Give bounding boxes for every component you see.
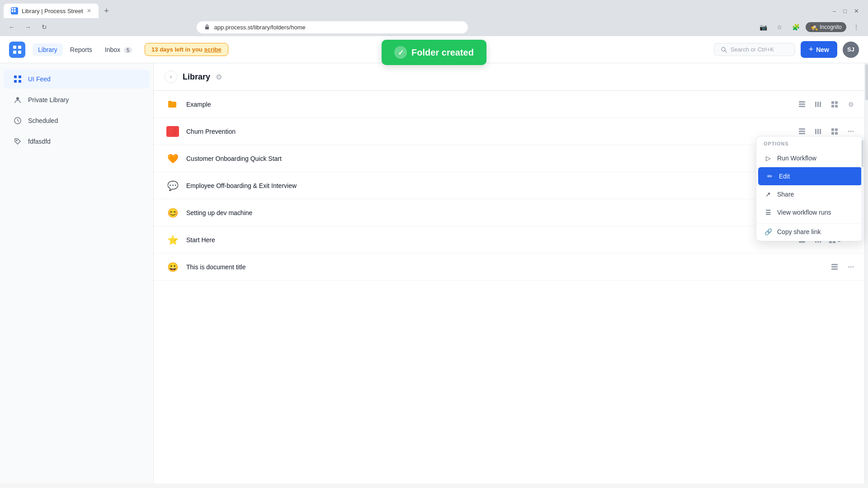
sidebar-item-private-library[interactable]: Private Library [4,90,150,109]
churn-icon: 🚫 [165,123,181,140]
collapse-sidebar-button[interactable]: ‹ [165,70,177,83]
library-table: Example ⚙ [154,91,868,483]
table-row[interactable]: Example ⚙ [154,91,868,118]
sidebar-item-label: fdfasdfd [28,138,51,145]
options-dropdown: OPTIONS ▷ Run Workflow ✏ Edit ↗ [756,136,864,241]
svg-line-14 [18,121,19,122]
list-view-icon[interactable] [812,98,825,111]
inbox-nav-link[interactable]: Inbox 5 [99,43,137,56]
svg-rect-23 [835,101,838,104]
browser-actions: 📷 ☆ 🧩 🕵 Incognito ⋮ [757,21,863,33]
table-view-icon[interactable] [828,261,841,273]
row-name: Customer Onboarding Quick Start [186,155,844,162]
new-button[interactable]: + New [801,41,837,58]
subscribe-button[interactable]: scribe [204,46,221,53]
forward-button[interactable]: → [22,21,34,33]
library-nav-link[interactable]: Library [33,43,63,56]
svg-rect-18 [799,106,805,107]
sidebar-item-fdfasdfd[interactable]: fdfasdfd [4,132,150,151]
tab-close-button[interactable]: ✕ [87,8,91,14]
grid-icon [13,74,23,84]
svg-rect-30 [799,133,805,134]
run-workflow-option[interactable]: ▷ Run Workflow [756,149,864,167]
content-area: ‹ Library ⚙ Example [154,63,868,483]
svg-rect-37 [835,132,838,135]
url-bar[interactable]: app.process.st/library/folders/home [197,21,468,33]
emoji-icon: ⭐ [165,232,181,248]
row-settings-icon[interactable]: ⚙ [844,98,857,111]
toast-check-icon: ✓ [394,46,407,59]
emoji-icon: 😊 [165,205,181,221]
svg-rect-9 [14,80,17,83]
extension-icon[interactable]: 🧩 [789,21,802,33]
top-nav: Library Reports Inbox 5 13 days left in … [0,36,868,63]
url-text: app.process.st/library/folders/home [214,24,305,31]
table-row[interactable]: 😀 This is document title ··· [154,253,868,281]
maximize-button[interactable]: □ [841,8,849,14]
edit-icon: ✏ [765,172,774,181]
address-bar: ← → ↻ app.process.st/library/folders/hom… [0,18,868,36]
share-icon: ↗ [764,190,773,199]
inbox-count-badge: 5 [124,47,132,53]
person-icon [13,95,23,105]
dropdown-scroll-thumb[interactable] [862,140,863,167]
dropdown-scroll: ▷ Run Workflow ✏ Edit ↗ Share [756,149,864,241]
sidebar: UI Feed Private Library [0,63,154,483]
copy-share-link-option[interactable]: 🔗 Copy share link [756,223,864,241]
close-button[interactable]: ✕ [852,8,861,14]
bookmark-icon[interactable]: ☆ [773,21,786,33]
svg-rect-0 [205,27,209,29]
scroll-thumb[interactable] [865,64,868,100]
avatar[interactable]: SJ [843,42,859,58]
more-options-button[interactable]: ··· [844,261,857,273]
minimize-button[interactable]: – [831,8,838,14]
view-workflow-runs-option[interactable]: ☰ View workflow runs [756,203,864,221]
run-icon: ▷ [764,154,773,163]
svg-rect-17 [799,103,805,105]
row-name: Churn Prevention [186,128,796,135]
svg-rect-16 [799,101,805,103]
library-settings-icon[interactable]: ⚙ [216,73,222,81]
svg-rect-36 [831,132,834,135]
logo[interactable] [9,42,25,58]
grid-view-icon[interactable] [828,98,841,111]
trial-banner: 13 days left in you scribe [145,43,228,56]
clock-icon [13,116,23,126]
reports-nav-link[interactable]: Reports [65,43,98,56]
main-content: UI Feed Private Library [0,63,868,483]
share-option[interactable]: ↗ Share [756,185,864,203]
svg-rect-4 [18,51,21,54]
svg-text:🚫: 🚫 [169,128,177,136]
svg-point-15 [16,140,17,141]
svg-rect-29 [799,131,805,132]
table-row[interactable]: 🚫 Churn Prevention [154,118,868,145]
chrome-menu-button[interactable]: ⋮ [850,21,863,33]
dropdown-section-label: OPTIONS [756,136,864,149]
svg-rect-31 [815,129,816,134]
table-view-icon[interactable] [796,98,808,111]
sidebar-item-scheduled[interactable]: Scheduled [4,111,150,130]
tab-favicon [11,7,18,14]
svg-rect-19 [815,102,816,107]
svg-rect-7 [14,75,17,78]
app: Library Reports Inbox 5 13 days left in … [0,36,868,483]
svg-rect-35 [835,128,838,131]
new-tab-button[interactable]: + [100,5,113,17]
svg-rect-8 [19,75,21,78]
tab-bar: Library | Process Street ✕ + – □ ✕ [0,0,868,18]
active-tab[interactable]: Library | Process Street ✕ [4,4,99,18]
nav-right: Search or Ctrl+K + New SJ [714,41,859,58]
search-bar[interactable]: Search or Ctrl+K [714,43,795,56]
row-name: Employee Off-boarding & Exit Interview [186,182,844,189]
camera-icon[interactable]: 📷 [757,21,769,33]
back-button[interactable]: ← [5,21,18,33]
sidebar-item-ui-feed[interactable]: UI Feed [4,70,150,89]
nav-links: Library Reports Inbox 5 [33,43,137,56]
svg-line-6 [725,51,726,52]
copy-link-icon: 🔗 [764,227,773,236]
folder-icon [165,96,181,113]
edit-option[interactable]: ✏ Edit [758,167,862,185]
toast-message: Folder created [411,47,474,58]
content-title: Library [183,72,210,82]
reload-button[interactable]: ↻ [38,21,51,33]
